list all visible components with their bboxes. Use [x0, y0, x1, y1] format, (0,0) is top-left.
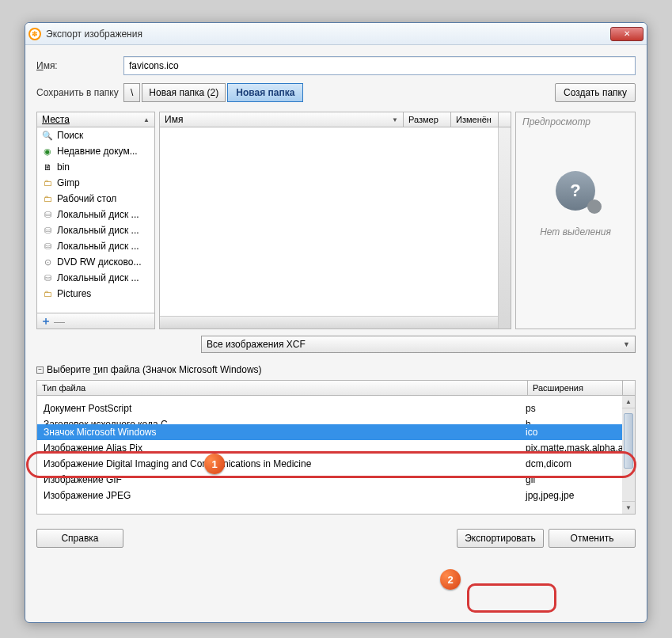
place-search[interactable]: 🔍Поиск — [37, 127, 154, 143]
drive-icon: ⛁ — [42, 272, 53, 283]
path-root-button[interactable]: \ — [123, 83, 140, 102]
col-scroll-spacer — [499, 112, 511, 127]
place-label: Поиск — [57, 130, 83, 141]
ft-type: Заголовок исходного кода С — [44, 419, 526, 422]
place-label: Рабочий стол — [57, 193, 116, 204]
place-bin[interactable]: 🗎bin — [37, 159, 154, 175]
place-drive[interactable]: ⛁Локальный диск ... — [37, 207, 154, 222]
folder-icon: 🗀 — [42, 177, 53, 188]
filetype-section: − Выберите тип файла (Значок Microsoft W… — [36, 363, 636, 515]
filetype-row[interactable]: Изображение Alias Pixpix,matte,mask,alph… — [37, 440, 635, 456]
filetype-row-selected[interactable]: Значок Microsoft Windowsico — [37, 424, 635, 440]
filetype-row[interactable]: Изображение GIFgif — [37, 472, 635, 488]
close-button[interactable]: ✕ — [610, 27, 644, 41]
ft-ext: ps — [526, 403, 628, 414]
chevron-up-icon: ▲ — [143, 116, 150, 123]
ft-ext: ico — [526, 427, 628, 438]
places-toolbar: ＋ — — [36, 313, 155, 329]
app-icon: ✽ — [28, 28, 41, 40]
dvd-icon: ⊙ — [42, 256, 53, 268]
col-modified[interactable]: Изменён — [451, 112, 499, 127]
help-button[interactable]: Справка — [36, 529, 123, 548]
scroll-down-icon[interactable]: ▼ — [622, 501, 635, 514]
places-header[interactable]: Места ▲ — [36, 112, 155, 127]
place-label: Локальный диск ... — [57, 225, 139, 236]
ft-type: Изображение Digital Imaging and Communic… — [44, 458, 526, 469]
place-recent[interactable]: ◉Недавние докум... — [37, 143, 154, 159]
scrollbar-vertical[interactable] — [498, 127, 511, 328]
place-dvd[interactable]: ⊙DVD RW дисково... — [37, 254, 154, 270]
ft-ext: gif — [526, 474, 628, 485]
filetype-row[interactable]: Изображение JPEGjpg,jpeg,jpe — [37, 488, 635, 503]
filetype-toggle-label: Выберите тип файла (Значок Microsoft Win… — [47, 364, 262, 375]
place-drive[interactable]: ⛁Локальный диск ... — [37, 222, 154, 238]
collapse-icon: − — [36, 366, 44, 374]
drive-icon: ⛁ — [42, 209, 53, 220]
drive-icon: ⛁ — [42, 225, 53, 236]
place-pictures[interactable]: 🗀Pictures — [37, 286, 154, 302]
ft-ext: pix,matte,mask,alpha,als — [526, 442, 628, 454]
drive-icon: ⛁ — [42, 241, 53, 252]
name-label: Имя: — [36, 60, 123, 71]
filetype-row[interactable]: Документ PostScriptps — [37, 401, 635, 416]
file-icon: 🗎 — [42, 161, 53, 173]
place-label: DVD RW дисково... — [57, 256, 141, 268]
file-list[interactable] — [159, 127, 511, 329]
filetype-scrollbar[interactable]: ▲ ▼ — [622, 396, 635, 514]
place-label: Локальный диск ... — [57, 241, 139, 252]
scroll-up-icon[interactable]: ▲ — [622, 396, 635, 408]
col-extensions[interactable]: Расширения — [528, 380, 623, 396]
ft-ext: h — [526, 419, 628, 422]
places-list[interactable]: 🔍Поиск ◉Недавние докум... 🗎bin 🗀Gimp 🗀Ра… — [36, 127, 155, 313]
filetype-headers: Тип файла Расширения — [36, 380, 636, 396]
create-folder-button[interactable]: Создать папку — [555, 83, 636, 102]
place-label: Локальный диск ... — [57, 209, 139, 220]
filetype-list[interactable]: Документ PostScriptps Заголовок исходног… — [36, 396, 636, 515]
breadcrumb-seg-1[interactable]: Новая папка (2) — [142, 83, 226, 102]
col-size[interactable]: Размер — [404, 112, 451, 127]
titlebar[interactable]: ✽ Экспорт изображения ✕ — [25, 23, 647, 45]
recent-icon: ◉ — [42, 146, 53, 157]
ft-type: Изображение GIF — [44, 474, 526, 485]
place-drive[interactable]: ⛁Локальный диск ... — [37, 238, 154, 254]
bottom-bar: Справка Экспортировать Отменить — [36, 529, 636, 548]
place-label: bin — [57, 161, 70, 173]
breadcrumb-seg-current[interactable]: Новая папка — [227, 83, 303, 102]
place-label: Pictures — [57, 288, 91, 299]
filetype-row[interactable]: Заголовок исходного кода Сh — [37, 416, 635, 424]
filetype-filter-select[interactable]: Все изображения XCF ▼ — [201, 336, 636, 353]
place-drive[interactable]: ⛁Локальный диск ... — [37, 270, 154, 286]
place-label: Gimp — [57, 177, 80, 188]
filetype-row[interactable]: Изображение Digital Imaging and Communic… — [37, 456, 635, 472]
col-scroll-spacer — [623, 380, 636, 396]
preview-caption: Нет выделения — [540, 226, 611, 237]
savein-row: Сохранить в папку \ Новая папка (2) Нова… — [36, 83, 636, 102]
place-label: Локальный диск ... — [57, 272, 139, 283]
chevron-down-icon: ▼ — [392, 116, 398, 123]
place-gimp[interactable]: 🗀Gimp — [37, 175, 154, 191]
ft-type: Документ PostScript — [44, 403, 526, 414]
file-panel: Имя▼ Размер Изменён — [159, 112, 511, 329]
place-desktop[interactable]: 🗀Рабочий стол — [37, 191, 154, 207]
place-label: Недавние докум... — [57, 146, 138, 157]
file-headers: Имя▼ Размер Изменён — [159, 112, 511, 127]
preview-panel: Предпросмотр ? Нет выделения — [515, 112, 636, 329]
filename-input[interactable] — [123, 56, 636, 75]
dialog-body: Имя: Сохранить в папку \ Новая папка (2)… — [25, 45, 647, 559]
col-name-label: Имя — [165, 114, 183, 125]
remove-place-button[interactable]: — — [54, 315, 65, 328]
export-button[interactable]: Экспортировать — [457, 529, 544, 548]
content-area: Места ▲ 🔍Поиск ◉Недавние докум... 🗎bin 🗀… — [36, 112, 636, 329]
preview-title: Предпросмотр — [516, 112, 635, 131]
filetype-toggle[interactable]: − Выберите тип файла (Значок Microsoft W… — [36, 363, 636, 377]
col-name[interactable]: Имя▼ — [159, 112, 404, 127]
filter-row: Все изображения XCF ▼ — [36, 336, 636, 353]
add-place-button[interactable]: ＋ — [40, 314, 51, 328]
chevron-down-icon: ▼ — [623, 340, 630, 348]
scrollbar-horizontal[interactable] — [160, 316, 498, 328]
ft-type: Изображение JPEG — [44, 490, 526, 501]
cancel-button[interactable]: Отменить — [549, 529, 636, 548]
ft-ext: jpg,jpeg,jpe — [526, 490, 628, 501]
col-filetype[interactable]: Тип файла — [36, 380, 528, 396]
scroll-thumb[interactable] — [624, 413, 633, 469]
